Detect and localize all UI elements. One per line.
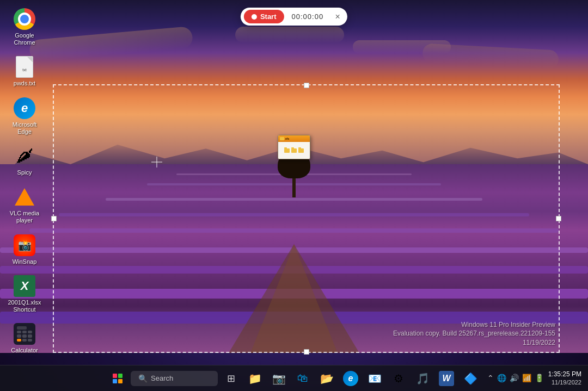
close-recording-button[interactable]: ×	[331, 10, 344, 23]
recording-dot-icon	[252, 14, 257, 20]
desktop: efs	[0, 0, 588, 391]
desktop-icon-google-chrome[interactable]: Google Chrome	[5, 8, 44, 46]
taskbar-spotify-button[interactable]: 🎵	[412, 368, 433, 389]
recording-toolbar: Start 00:00:00 ×	[241, 8, 347, 26]
file-explorer-2-icon: 📂	[320, 372, 334, 385]
recording-timer: 00:00:00	[284, 10, 332, 23]
fe-folder-row	[284, 148, 304, 153]
excel-icon: X	[14, 275, 35, 297]
taskbar-store-button[interactable]: 🛍	[292, 368, 314, 389]
word-icon: W	[439, 371, 454, 386]
desktop-icon-calculator[interactable]: Calculator	[5, 323, 44, 354]
desktop-icon-winsnap[interactable]: 📸 WinSnap	[5, 234, 44, 265]
pwds-txt-label: pwds.txt	[14, 80, 35, 87]
watermark-line3: 11/19/2022	[393, 338, 555, 347]
spicy-icon: 🌶	[14, 145, 35, 167]
fe-mini-titlebar: efs	[278, 135, 310, 142]
file-explorer-icon: 📁	[248, 372, 262, 385]
clock-time: 1:35:25 PM	[548, 370, 581, 379]
close-icon: ×	[335, 12, 340, 22]
taskbar-settings-button[interactable]: ⚙	[388, 368, 409, 389]
battery-icon[interactable]: 🔋	[535, 374, 544, 382]
windows-watermark: Windows 11 Pro Insider Preview Evaluatio…	[393, 320, 555, 347]
mail-icon: 📧	[368, 372, 382, 385]
file-icon: txt	[14, 56, 35, 78]
system-clock[interactable]: 1:35:25 PM 11/19/2022	[548, 370, 581, 387]
desktop-icon-microsoft-edge[interactable]: e Microsoft Edge	[5, 97, 44, 135]
system-tray: ⌃ 🌐 🔊 📶 🔋	[487, 374, 544, 382]
taskbar-file-explorer-button[interactable]: 📁	[244, 368, 266, 389]
fe-mini-icon	[280, 137, 284, 140]
taskbar-app-button[interactable]: 🔷	[460, 368, 481, 389]
volume-icon[interactable]: 🔊	[510, 374, 519, 382]
wifi-icon[interactable]: 📶	[522, 374, 531, 382]
settings-icon: ⚙	[394, 372, 403, 385]
clock-date: 11/19/2022	[548, 378, 581, 386]
fe-folder-3	[298, 148, 304, 153]
edge-taskbar-icon: e	[343, 371, 358, 386]
app-icon: 🔷	[464, 372, 477, 385]
desktop-icon-spicy[interactable]: 🌶 Spicy	[5, 145, 44, 176]
watermark-line2: Evaluation copy. Build 25267.rs_prerelea…	[393, 329, 555, 338]
tree: efs	[278, 148, 310, 197]
file-explorer-mini-window: efs	[278, 135, 310, 159]
taskbar-camera-button[interactable]: 📷	[268, 368, 290, 389]
start-label: Start	[260, 13, 277, 21]
desktop-icon-pwds-txt[interactable]: txt pwds.txt	[5, 56, 44, 87]
network-icon[interactable]: 🌐	[497, 374, 506, 382]
fe-mini-body	[278, 142, 310, 159]
watermark-line1: Windows 11 Pro Insider Preview	[393, 320, 555, 330]
chrome-icon	[14, 8, 35, 30]
cloud-4	[353, 40, 451, 54]
fe-mini-title: efs	[285, 137, 289, 140]
cloud-1	[29, 26, 193, 62]
camera-icon: 📷	[272, 372, 286, 385]
desktop-icon-excel[interactable]: X 2001Q1.xlsx Shortcut	[5, 275, 44, 313]
taskbar-mail-button[interactable]: 📧	[364, 368, 385, 389]
windows-logo-icon	[113, 374, 122, 383]
taskbar-edge-button[interactable]: e	[340, 368, 362, 389]
excel-label: 2001Q1.xlsx Shortcut	[5, 299, 44, 313]
search-bar[interactable]: 🔍 Search	[131, 371, 218, 386]
vlc-icon	[14, 186, 35, 208]
edge-label: Microsoft Edge	[5, 121, 44, 135]
fe-folder-2	[291, 148, 297, 153]
start-button[interactable]	[107, 368, 128, 389]
taskbar-file-explorer-2-button[interactable]: 📂	[316, 368, 338, 389]
task-view-button[interactable]: ⊞	[220, 368, 242, 389]
vlc-label: VLC media player	[5, 210, 44, 224]
search-label: Search	[151, 374, 173, 382]
spicy-label: Spicy	[17, 169, 32, 176]
taskbar-center: 🔍 Search ⊞ 📁 📷 🛍 📂	[107, 368, 481, 389]
calculator-label: Calculator	[11, 347, 38, 354]
calculator-icon	[14, 323, 35, 345]
taskbar: 🔍 Search ⊞ 📁 📷 🛍 📂	[0, 365, 588, 391]
store-icon: 🛍	[297, 372, 308, 384]
task-view-icon: ⊞	[227, 373, 235, 384]
cloud-2	[235, 27, 344, 43]
desktop-icon-vlc[interactable]: VLC media player	[5, 186, 44, 224]
tray-arrow-icon[interactable]: ⌃	[487, 374, 494, 382]
taskbar-word-button[interactable]: W	[436, 368, 457, 389]
start-recording-button[interactable]: Start	[244, 10, 284, 23]
taskbar-right: ⌃ 🌐 🔊 📶 🔋 1:35:25 PM 11/19/2022	[487, 370, 588, 387]
winsnap-icon: 📸	[14, 234, 35, 256]
winsnap-label: WinSnap	[13, 258, 37, 265]
search-icon: 🔍	[138, 374, 148, 383]
edge-icon: e	[14, 97, 35, 119]
fe-folder-1	[284, 148, 290, 153]
chrome-label: Google Chrome	[5, 32, 44, 46]
desktop-icons-area: Google Chrome txt pwds.txt e Microsoft E…	[0, 0, 49, 353]
tree-trunk	[292, 176, 296, 197]
spotify-icon: 🎵	[416, 372, 430, 385]
